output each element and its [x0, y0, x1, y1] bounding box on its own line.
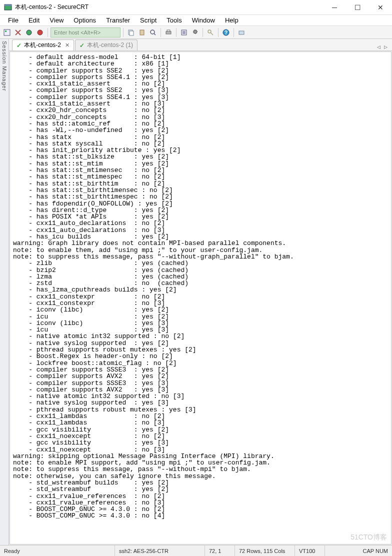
menu-help[interactable]: Help [221, 16, 242, 25]
connect-icon[interactable] [24, 28, 34, 38]
find-icon[interactable] [148, 28, 158, 38]
properties-icon[interactable] [179, 28, 189, 38]
help-icon[interactable]: ? [221, 28, 231, 38]
status-termtype: VT100 [295, 546, 325, 556]
tab-label: 本机-centos-2 [24, 41, 61, 50]
svg-rect-16 [239, 31, 244, 34]
svg-text:?: ? [224, 30, 228, 36]
status-keylock: CAP NUM [358, 546, 392, 556]
svg-rect-2 [4, 30, 10, 36]
tab-session-1[interactable]: ✓ 本机-centos-2 ✕ [12, 40, 74, 50]
menu-transfer[interactable]: Transfer [102, 16, 134, 25]
menu-script[interactable]: Script [136, 16, 160, 25]
tab-next-icon[interactable]: ▷ [382, 44, 389, 50]
menu-file[interactable]: File [4, 16, 22, 25]
tab-session-2[interactable]: ✓ 本机-centos-2 (1) [75, 40, 138, 50]
terminal-output[interactable]: - default address-model : 64-bit [1] - d… [10, 52, 392, 544]
menu-window[interactable]: Window [188, 16, 219, 25]
tab-label: 本机-centos-2 (1) [87, 41, 133, 50]
menu-edit[interactable]: Edit [24, 16, 44, 25]
disconnect-icon[interactable] [35, 28, 45, 38]
status-cursor: 72, 1 [205, 546, 235, 556]
svg-rect-10 [166, 32, 171, 34]
check-icon: ✓ [80, 42, 84, 49]
svg-point-5 [38, 30, 42, 35]
sidebar-label: Session Manager [2, 41, 8, 92]
tab-close-icon[interactable]: ✕ [65, 42, 70, 48]
session-manager-icon[interactable] [2, 28, 12, 38]
svg-rect-3 [5, 30, 6, 32]
check-icon: ✓ [16, 42, 22, 49]
svg-rect-8 [140, 30, 144, 35]
menu-view[interactable]: View [46, 16, 68, 25]
svg-rect-11 [167, 30, 170, 32]
tab-prev-icon[interactable]: ◁ [375, 44, 382, 50]
status-ready: Ready [0, 546, 115, 556]
minimize-button[interactable]: ─ [323, 0, 346, 15]
paste-icon[interactable] [137, 28, 147, 38]
close-button[interactable]: ✕ [369, 0, 392, 15]
titlebar: 本机-centos-2 - SecureCRT ─ ☐ ✕ [0, 0, 392, 15]
extra-icon[interactable] [236, 28, 246, 38]
app-icon [4, 4, 12, 12]
tabbar: ✓ 本机-centos-2 ✕ ✓ 本机-centos-2 (1) ◁ ▷ [9, 39, 392, 51]
svg-rect-7 [130, 31, 134, 36]
print-icon[interactable] [164, 28, 174, 38]
status-protocol: ssh2: AES-256-CTR [115, 546, 205, 556]
menu-options[interactable]: Options [70, 16, 100, 25]
svg-point-4 [26, 30, 32, 35]
settings-icon[interactable] [190, 28, 200, 38]
copy-icon[interactable] [126, 28, 136, 38]
quick-connect-icon[interactable] [13, 28, 23, 38]
menu-tools[interactable]: Tools [162, 16, 186, 25]
key-icon[interactable] [206, 28, 216, 38]
maximize-button[interactable]: ☐ [346, 0, 369, 15]
session-manager-sidebar[interactable]: Session Manager [0, 39, 9, 545]
menubar: File Edit View Options Transfer Script T… [0, 15, 392, 26]
host-input[interactable]: Enter host <Alt+R> [50, 28, 120, 38]
svg-rect-1 [4, 4, 12, 6]
svg-point-9 [150, 30, 154, 34]
window-title: 本机-centos-2 - SecureCRT [15, 3, 323, 12]
status-dimensions: 72 Rows, 115 Cols [235, 546, 295, 556]
statusbar: Ready ssh2: AES-256-CTR 72, 1 72 Rows, 1… [0, 545, 392, 556]
toolbar: Enter host <Alt+R> ? [0, 26, 392, 39]
